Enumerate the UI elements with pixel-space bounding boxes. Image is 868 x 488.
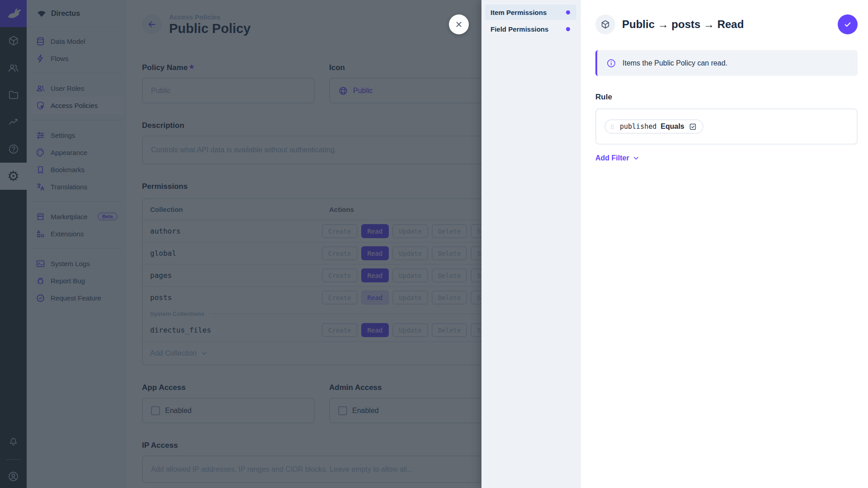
rule-box: published Equals xyxy=(595,108,858,145)
close-drawer-button[interactable] xyxy=(449,14,469,34)
drawer-header-icon-circle xyxy=(595,14,615,34)
filter-chip[interactable]: published Equals xyxy=(604,119,703,134)
chevron-down-icon xyxy=(632,154,640,162)
app-window: ⚙ Directus xyxy=(0,0,868,488)
info-notice: Items the Public Policy can read. xyxy=(595,50,858,76)
status-dot xyxy=(566,10,570,14)
tab-label: Field Permissions xyxy=(491,25,548,33)
drag-handle-icon xyxy=(609,123,616,130)
drawer-header: Public → posts → Read xyxy=(595,14,858,34)
checked-checkbox-icon[interactable] xyxy=(689,122,697,131)
status-dot xyxy=(566,27,570,31)
info-icon xyxy=(606,58,616,68)
drawer-title: Public → posts → Read xyxy=(622,18,744,31)
notice-text: Items the Public Policy can read. xyxy=(623,59,727,67)
filter-operator[interactable]: Equals xyxy=(660,122,684,131)
add-filter-label: Add Filter xyxy=(595,154,629,162)
rule-label: Rule xyxy=(595,93,858,102)
drawer-nav: Item Permissions Field Permissions xyxy=(481,0,580,488)
filter-field-name[interactable]: published xyxy=(620,122,656,131)
add-filter-button[interactable]: Add Filter xyxy=(595,154,640,162)
close-icon xyxy=(454,20,463,29)
drawer-panel: Public → posts → Read Items the Public P… xyxy=(580,0,868,488)
save-button[interactable] xyxy=(838,14,858,34)
check-icon xyxy=(843,20,852,29)
tab-label: Item Permissions xyxy=(491,9,547,16)
box-icon xyxy=(600,19,610,29)
tab-field-permissions[interactable]: Field Permissions xyxy=(485,21,576,37)
tab-item-permissions[interactable]: Item Permissions xyxy=(485,5,576,20)
permissions-drawer: Item Permissions Field Permissions Publi… xyxy=(481,0,868,488)
